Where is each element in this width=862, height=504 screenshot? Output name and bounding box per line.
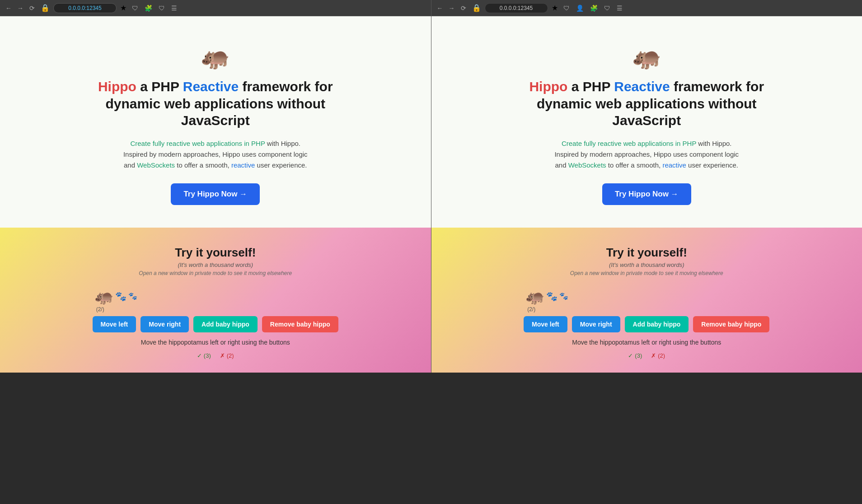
left-hero-hippo-emoji: 🦛 xyxy=(201,43,230,71)
toolbar-icons-left: 🛡 🧩 🛡 ☰ xyxy=(130,4,179,13)
browser-divider xyxy=(431,0,431,16)
left-stat-ok-count: (3) xyxy=(204,352,211,359)
left-hero-title: Hippo a PHP Reactive framework for dynam… xyxy=(98,78,333,129)
left-hippo-row: 🦛 🐾 🐾 xyxy=(94,287,137,305)
left-demo-buttons: Move left Move right Add baby hippo Remo… xyxy=(93,316,338,332)
left-desc-end1: to offer a smooth, xyxy=(175,161,231,169)
right-hippo-counter: (2/) xyxy=(527,306,535,313)
left-desc-end2: user experience. xyxy=(255,161,307,169)
right-hero-title: Hippo a PHP Reactive framework for dynam… xyxy=(529,78,764,129)
right-checkmark-icon: ✓ xyxy=(628,352,633,359)
right-hippo-stage: 🦛 🐾 🐾 (2/) xyxy=(445,287,849,313)
right-hippo-row: 🦛 🐾 🐾 xyxy=(525,287,568,305)
right-browser-pane: 🦛 Hippo a PHP Reactive framework for dyn… xyxy=(431,16,862,373)
left-demo-description: Move the hippopotamus left or right usin… xyxy=(141,339,290,346)
right-title-reactive: Reactive xyxy=(614,79,670,94)
right-title-hippo: Hippo xyxy=(529,79,567,94)
shield2-icon-right: 🛡 xyxy=(602,4,612,13)
shield2-icon-left: 🛡 xyxy=(157,4,167,13)
left-stat-ok: ✓ (3) xyxy=(197,352,211,359)
reload-button-right[interactable]: ⟳ xyxy=(459,3,468,13)
right-reactive-link[interactable]: reactive xyxy=(662,161,686,169)
extensions-icon-right[interactable]: 🧩 xyxy=(588,4,600,13)
browsers-row: 🦛 Hippo a PHP Reactive framework for dyn… xyxy=(0,16,862,373)
left-title-reactive: Reactive xyxy=(183,79,239,94)
left-demo-title: Try it yourself! xyxy=(175,246,256,260)
menu-icon-right[interactable]: ☰ xyxy=(615,4,624,13)
left-websockets-link[interactable]: WebSockets xyxy=(137,161,175,169)
left-hero-desc: Create fully reactive web applications i… xyxy=(118,138,313,171)
right-demo-description: Move the hippopotamus left or right usin… xyxy=(572,339,721,346)
left-hippo-counter: (2/) xyxy=(96,306,104,313)
right-php-link[interactable]: Create fully reactive web applications i… xyxy=(562,140,696,147)
right-websockets-link[interactable]: WebSockets xyxy=(568,161,606,169)
right-hippo-baby1: 🐾 xyxy=(546,291,557,302)
left-demo-subtitle: (It's worth a thousand words) xyxy=(178,261,253,268)
left-hippo-baby2: 🐾 xyxy=(128,292,137,300)
right-hippo-main: 🦛 xyxy=(525,287,544,305)
left-checkmark-icon: ✓ xyxy=(197,352,202,359)
left-browser-pane: 🦛 Hippo a PHP Reactive framework for dyn… xyxy=(0,16,431,373)
back-button-left[interactable]: ← xyxy=(4,3,14,13)
left-title-hippo: Hippo xyxy=(98,79,136,94)
right-desc-end2: user experience. xyxy=(686,161,738,169)
right-browser-nav: ← → ⟳ 🔒 0.0.0.0:12345 ★ 🛡 👤 🧩 🛡 ☰ xyxy=(435,3,859,13)
shield-icon-left: 🛡 xyxy=(130,4,140,13)
right-hippo-baby2: 🐾 xyxy=(559,292,568,300)
right-add-baby-button[interactable]: Add baby hippo xyxy=(625,316,689,332)
left-move-left-button[interactable]: Move left xyxy=(93,316,136,332)
bookmark-icon-right[interactable]: ★ xyxy=(550,3,560,13)
right-stat-err-count: (2) xyxy=(658,352,665,359)
left-stat-err-count: (2) xyxy=(227,352,234,359)
right-hero-hippo-emoji: 🦛 xyxy=(632,43,661,71)
right-x-icon: ✗ xyxy=(651,352,656,359)
address-bar-right[interactable]: 0.0.0.0:12345 xyxy=(485,3,548,13)
left-browser-nav: ← → ⟳ 🔒 0.0.0.0:12345 ★ 🛡 🧩 🛡 ☰ xyxy=(4,3,427,13)
browser-chrome: ← → ⟳ 🔒 0.0.0.0:12345 ★ 🛡 🧩 🛡 ☰ ← → ⟳ 🔒 … xyxy=(0,0,862,16)
right-stat-err: ✗ (2) xyxy=(651,352,665,359)
right-remove-baby-button[interactable]: Remove baby hippo xyxy=(693,316,769,332)
left-move-right-button[interactable]: Move right xyxy=(141,316,189,332)
right-title-php: a PHP xyxy=(567,79,614,94)
left-demo-stats: ✓ (3) ✗ (2) xyxy=(197,352,234,359)
right-hero-section: 🦛 Hippo a PHP Reactive framework for dyn… xyxy=(431,16,862,228)
right-stat-ok-count: (3) xyxy=(635,352,642,359)
left-php-link[interactable]: Create fully reactive web applications i… xyxy=(130,140,265,147)
left-cta-button[interactable]: Try Hippo Now → xyxy=(171,183,260,205)
forward-button-left[interactable]: → xyxy=(15,3,25,13)
right-move-left-button[interactable]: Move left xyxy=(524,316,567,332)
right-demo-section: Try it yourself! (It's worth a thousand … xyxy=(431,228,862,373)
address-bar-left[interactable]: 0.0.0.0:12345 xyxy=(53,3,117,13)
toolbar-icons-right: 🛡 👤 🧩 🛡 ☰ xyxy=(562,4,624,13)
security-icon-left: 🔒 xyxy=(39,3,52,13)
back-button-right[interactable]: ← xyxy=(435,3,445,13)
left-hippo-main: 🦛 xyxy=(94,287,113,305)
forward-button-right[interactable]: → xyxy=(447,3,457,13)
left-title-php: a PHP xyxy=(136,79,183,94)
right-demo-stats: ✓ (3) ✗ (2) xyxy=(628,352,665,359)
left-reactive-link[interactable]: reactive xyxy=(231,161,255,169)
extensions-icon-left[interactable]: 🧩 xyxy=(143,4,154,13)
bookmark-icon-left[interactable]: ★ xyxy=(118,3,128,13)
right-demo-hint: Open a new window in private mode to see… xyxy=(570,270,723,276)
right-demo-buttons: Move left Move right Add baby hippo Remo… xyxy=(524,316,769,332)
right-stat-ok: ✓ (3) xyxy=(628,352,642,359)
right-move-right-button[interactable]: Move right xyxy=(572,316,620,332)
left-hippo-stage: 🦛 🐾 🐾 (2/) xyxy=(14,287,417,313)
reload-button-left[interactable]: ⟳ xyxy=(27,3,37,13)
right-demo-subtitle: (It's worth a thousand words) xyxy=(609,261,684,268)
profile-icon-right[interactable]: 👤 xyxy=(574,4,586,13)
security-icon-right: 🔒 xyxy=(470,3,483,13)
left-demo-hint: Open a new window in private mode to see… xyxy=(139,270,292,276)
shield-icon-right: 🛡 xyxy=(562,4,572,13)
left-remove-baby-button[interactable]: Remove baby hippo xyxy=(262,316,338,332)
left-add-baby-button[interactable]: Add baby hippo xyxy=(193,316,258,332)
right-desc-end1: to offer a smooth, xyxy=(606,161,663,169)
right-demo-title: Try it yourself! xyxy=(606,246,687,260)
menu-icon-left[interactable]: ☰ xyxy=(169,4,179,13)
left-x-icon: ✗ xyxy=(220,352,225,359)
left-stat-err: ✗ (2) xyxy=(220,352,234,359)
right-hero-desc: Create fully reactive web applications i… xyxy=(549,138,744,171)
right-cta-button[interactable]: Try Hippo Now → xyxy=(602,183,691,205)
left-hero-section: 🦛 Hippo a PHP Reactive framework for dyn… xyxy=(0,16,431,228)
